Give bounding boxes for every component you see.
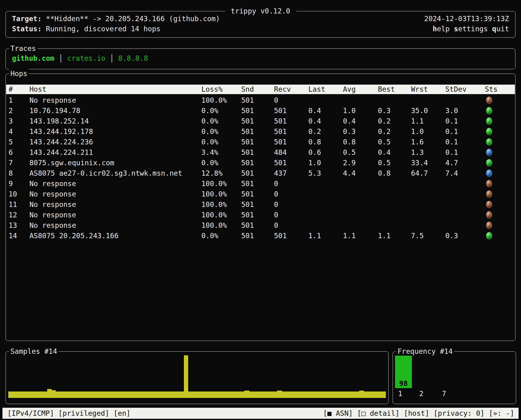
- hop-cell: [340, 210, 375, 220]
- hop-cell: 0.4: [340, 116, 375, 126]
- hop-cell-status: [482, 178, 515, 189]
- hop-cell: 501: [272, 137, 306, 147]
- hop-row[interactable]: 11No response100.0%5010: [6, 199, 515, 210]
- hop-row[interactable]: 12No response100.0%5010: [6, 210, 515, 220]
- hop-cell: 0.1: [443, 116, 482, 126]
- hop-cell: [375, 95, 409, 105]
- hop-cell: [306, 95, 340, 105]
- hop-cell-status: [482, 220, 515, 231]
- menu-item-settings[interactable]: settings: [454, 25, 488, 33]
- hop-cell: 0.8: [306, 137, 340, 147]
- statusbar-toggle-privileged[interactable]: [privileged]: [58, 409, 109, 417]
- hop-row[interactable]: 5143.244.224.2360.0%5015010.80.80.51.60.…: [6, 137, 515, 147]
- hop-row[interactable]: 78075.sgw.equinix.com0.0%5015011.02.90.5…: [6, 158, 515, 168]
- hop-row[interactable]: 3143.198.252.140.0%5015010.40.40.21.10.1: [6, 116, 515, 126]
- samples-bar: [184, 355, 188, 398]
- hop-cell: 100.0%: [199, 210, 239, 220]
- target-line: Target: **Hidden** -> 20.205.243.166 (gi…: [12, 14, 220, 24]
- hop-cell: 3.0: [443, 105, 482, 116]
- hop-cell: [306, 178, 340, 189]
- hop-cell: 0.0%: [199, 126, 239, 137]
- hop-row[interactable]: 8AS8075 ae27-0.icr02.sg3.ntwk.msn.net12.…: [6, 168, 515, 178]
- hop-cell: 0.4: [306, 116, 340, 126]
- hop-row[interactable]: 14AS8075 20.205.243.1660.0%5015011.11.11…: [6, 231, 515, 241]
- column-header-sts: Sts: [482, 85, 515, 94]
- hop-cell: 33.4: [409, 158, 443, 168]
- hop-cell: 501: [272, 158, 306, 168]
- hop-cell-status: [482, 116, 515, 126]
- statusbar-toggle-detail[interactable]: [□ detail]: [357, 409, 399, 417]
- hop-cell: No response: [27, 199, 199, 210]
- hop-cell-status: [482, 158, 515, 168]
- trace-tab-8.8.8.8[interactable]: 8.8.8.8: [118, 54, 148, 62]
- trace-tab-github.com[interactable]: github.com: [12, 54, 54, 62]
- hop-row[interactable]: 210.76.194.780.0%5015010.41.00.335.03.0: [6, 105, 515, 116]
- frequency-axis-label: 7: [442, 390, 446, 397]
- hop-cell: 501: [272, 126, 306, 137]
- hop-cell: 501: [239, 210, 272, 220]
- hop-cell: 0.3: [443, 231, 482, 241]
- hop-cell: [375, 210, 409, 220]
- hops-panel-label: Hops: [9, 69, 29, 78]
- status-dot-ok: [486, 232, 492, 239]
- status-bar: [IPv4/ICMP][privileged][en] [■ ASN][□ de…: [2, 408, 519, 419]
- hop-row[interactable]: 4143.244.192.1780.0%5015010.20.30.21.00.…: [6, 126, 515, 137]
- hop-cell: 0.0%: [199, 158, 239, 168]
- statusbar-toggle-ipv4icmp[interactable]: [IPv4/ICMP]: [7, 409, 54, 417]
- hop-cell: 14: [6, 231, 27, 241]
- hops-table-header: #HostLoss%SndRecvLastAvgBestWrstStDevSts: [6, 85, 515, 94]
- hop-row[interactable]: 9No response100.0%5010: [6, 178, 515, 189]
- menu-item-quit[interactable]: quit: [492, 25, 509, 33]
- hop-cell: 501: [272, 231, 306, 241]
- hop-row[interactable]: 6143.244.224.2113.4%5014840.60.50.41.30.…: [6, 147, 515, 158]
- hop-cell-status: [482, 168, 515, 178]
- hop-cell: [443, 210, 482, 220]
- hop-cell: 0.1: [443, 147, 482, 158]
- status-dot-no_response: [486, 201, 492, 208]
- hop-cell: 501: [272, 116, 306, 126]
- hop-cell: 143.244.224.211: [27, 147, 199, 158]
- hop-cell-status: [482, 147, 515, 158]
- hop-cell: [409, 210, 443, 220]
- hop-cell: 100.0%: [199, 189, 239, 199]
- column-header-host: Host: [27, 85, 199, 94]
- statusbar-toggle-[interactable]: [»: -]: [489, 409, 514, 417]
- statusbar-toggle-host[interactable]: [host]: [404, 409, 429, 417]
- hop-cell: No response: [27, 189, 199, 199]
- hop-cell: 0: [272, 189, 306, 199]
- trace-separator: │: [105, 54, 118, 62]
- hop-cell: 0.5: [340, 147, 375, 158]
- menu-item-help[interactable]: help: [433, 25, 450, 33]
- hop-row[interactable]: 1No response100.0%5010: [6, 95, 515, 105]
- hop-row[interactable]: 10No response100.0%5010: [6, 189, 515, 199]
- hop-cell: 0.3: [340, 126, 375, 137]
- hop-cell: 100.0%: [199, 199, 239, 210]
- timestamp: 2024-12-03T13:39:13Z: [424, 14, 509, 24]
- statusbar-toggle-privacy0[interactable]: [privacy: 0]: [434, 409, 485, 417]
- hop-cell: 501: [239, 158, 272, 168]
- hop-cell: 0.6: [306, 147, 340, 158]
- hop-cell: AS8075 ae27-0.icr02.sg3.ntwk.msn.net: [27, 168, 199, 178]
- hop-cell: 1.0: [340, 105, 375, 116]
- hop-cell: No response: [27, 220, 199, 231]
- statusbar-toggle-asn[interactable]: [■ ASN]: [323, 409, 353, 417]
- statusbar-toggle-en[interactable]: [en]: [114, 409, 131, 417]
- trace-tab-crates.io[interactable]: crates.io: [67, 54, 105, 62]
- hop-cell: 5: [6, 137, 27, 147]
- hop-cell: No response: [27, 210, 199, 220]
- hop-cell: No response: [27, 95, 199, 105]
- hop-cell: 501: [239, 126, 272, 137]
- hop-cell: 0.0%: [199, 231, 239, 241]
- hop-cell: No response: [27, 178, 199, 189]
- status-dot-warn: [486, 170, 492, 177]
- frequency-panel: Frequency #14 98127: [393, 351, 516, 404]
- hop-cell: 13: [6, 220, 27, 231]
- hop-cell: 501: [239, 220, 272, 231]
- hop-cell-status: [482, 137, 515, 147]
- hop-cell: 10: [6, 189, 27, 199]
- hop-row[interactable]: 13No response100.0%5010: [6, 220, 515, 231]
- samples-bar: [359, 391, 364, 398]
- samples-chart: [6, 352, 388, 403]
- hop-cell: 7.5: [409, 231, 443, 241]
- terminal-screen: trippy v0.12.0 Target: **Hidden** -> 20.…: [0, 0, 521, 420]
